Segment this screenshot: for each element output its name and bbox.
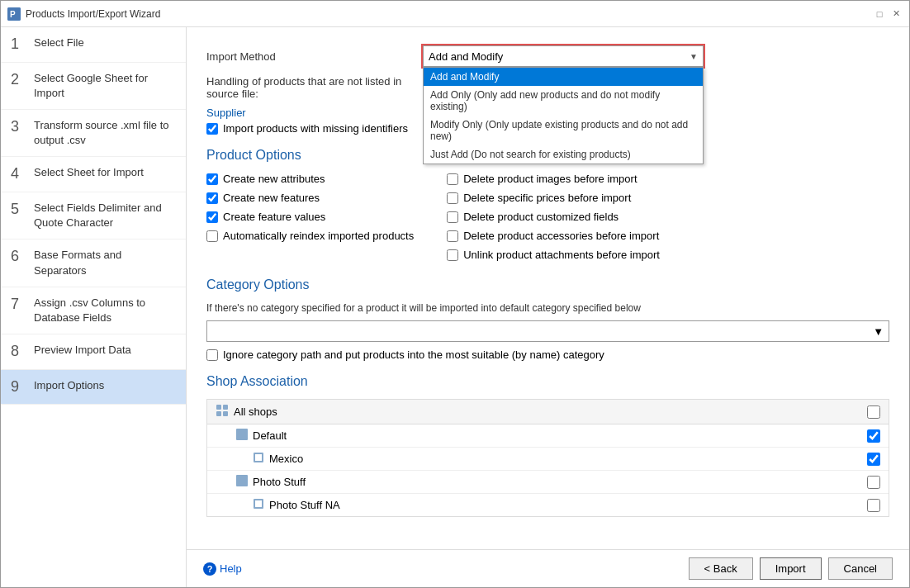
shop-association-title: Shop Association: [206, 374, 889, 389]
import-method-dropdown-list: Add and Modify Add Only (Only add new pr…: [423, 67, 704, 164]
help-link[interactable]: ? Help: [203, 562, 242, 576]
product-option-label-2: Create feature values: [223, 211, 325, 223]
category-ignore-checkbox[interactable]: [206, 349, 218, 361]
sidebar-item-label: Preview Import Data: [34, 343, 131, 358]
shop-mexico-checkbox[interactable]: [867, 453, 880, 466]
import-method-value: Add and Modify: [429, 50, 503, 63]
shop-default-row: Default: [207, 424, 889, 448]
shop-photostuff-row: Photo Stuff: [207, 471, 889, 494]
product-option-right-label-4: Unlink product attachments before import: [463, 249, 660, 261]
product-option-row-0: Create new attributes: [206, 173, 414, 185]
product-option-row-3: Automatically reindex imported products: [206, 230, 414, 242]
sidebar-item-select-file[interactable]: 1 Select File: [1, 27, 186, 63]
shop-photostuff-label: Photo Stuff: [253, 476, 867, 488]
app-icon: P: [7, 7, 21, 21]
product-option-checkbox-3[interactable]: [206, 230, 218, 242]
all-shops-label: All shops: [234, 405, 867, 418]
step-number: 3: [11, 118, 26, 136]
import-button[interactable]: Import: [760, 557, 822, 580]
product-option-right-checkbox-0[interactable]: [447, 173, 458, 185]
svg-text:P: P: [10, 10, 16, 19]
shop-photostuffna-label: Photo Stuff NA: [269, 499, 867, 511]
step-number: 7: [11, 296, 26, 314]
shop-mexico-icon: [253, 452, 264, 466]
step-number: 9: [11, 378, 26, 396]
title-bar: P Products Import/Export Wizard □ ✕: [1, 1, 909, 27]
sidebar-item-delimiter[interactable]: 5 Select Fields Delimiter and Quote Char…: [1, 192, 186, 239]
step-number: 4: [11, 165, 26, 183]
product-option-row-1: Create new features: [206, 192, 414, 204]
shop-mexico-label: Mexico: [269, 453, 867, 465]
step-number: 1: [11, 36, 26, 54]
sidebar-item-base-formats[interactable]: 6 Base Formats and Separators: [1, 239, 186, 287]
dropdown-option-2[interactable]: Add Only (Only add new products and do n…: [424, 86, 703, 116]
window: P Products Import/Export Wizard □ ✕ 1 Se…: [0, 0, 910, 588]
product-option-right-row-4: Unlink product attachments before import: [447, 249, 660, 261]
svg-rect-5: [223, 411, 228, 416]
category-dropdown[interactable]: ▼: [206, 320, 889, 342]
sidebar: 1 Select File 2 Select Google Sheet for …: [1, 27, 187, 587]
product-option-right-row-0: Delete product images before import: [447, 173, 660, 185]
sidebar-item-import-options[interactable]: 9 Import Options: [1, 370, 186, 405]
dropdown-option-1[interactable]: Add and Modify: [424, 68, 703, 86]
product-option-right-label-3: Delete product accessories before import: [463, 230, 659, 242]
svg-rect-6: [236, 429, 248, 440]
step-number: 5: [11, 201, 26, 219]
sidebar-item-transform[interactable]: 3 Transform source .xml file to output .…: [1, 110, 186, 157]
product-option-label-0: Create new attributes: [223, 173, 325, 185]
shop-table: All shops Default: [206, 399, 889, 517]
svg-rect-9: [236, 475, 248, 486]
import-method-dropdown[interactable]: Add and Modify ▼: [423, 45, 704, 67]
import-method-label: Import Method: [206, 50, 421, 63]
category-ignore-label: Ignore category path and put products in…: [223, 349, 604, 361]
supplier-checkbox[interactable]: [206, 123, 218, 135]
product-option-checkbox-0[interactable]: [206, 173, 218, 185]
minimize-button[interactable]: □: [873, 7, 886, 21]
product-option-right-checkbox-1[interactable]: [447, 192, 458, 204]
shop-grid-icon: [216, 404, 229, 420]
product-option-right-checkbox-2[interactable]: [447, 211, 458, 223]
sidebar-item-preview[interactable]: 8 Preview Import Data: [1, 334, 186, 370]
footer-buttons: < Back Import Cancel: [689, 557, 893, 580]
product-option-checkbox-2[interactable]: [206, 211, 218, 223]
step-number: 6: [11, 248, 26, 266]
import-method-dropdown-wrapper: Add and Modify ▼ Add and Modify Add Only…: [421, 44, 705, 69]
handling-label: Handling of products that are not listed…: [206, 75, 421, 100]
product-option-right-label-2: Delete product customized fields: [463, 211, 619, 223]
product-option-label-1: Create new features: [223, 192, 320, 204]
sidebar-item-label: Select Google Sheet for Import: [34, 71, 176, 101]
shop-photostuffna-checkbox[interactable]: [867, 499, 880, 512]
all-shops-checkbox[interactable]: [867, 405, 880, 419]
sidebar-item-assign-columns[interactable]: 7 Assign .csv Columns to Database Fields: [1, 287, 186, 334]
product-option-right-checkbox-4[interactable]: [447, 249, 458, 261]
sidebar-item-google-sheet[interactable]: 2 Select Google Sheet for Import: [1, 63, 186, 110]
shop-default-checkbox[interactable]: [867, 429, 880, 443]
sidebar-item-label: Select File: [34, 36, 84, 50]
step-number: 8: [11, 343, 26, 361]
product-option-right-checkbox-3[interactable]: [447, 230, 458, 242]
product-option-right-row-2: Delete product customized fields: [447, 211, 660, 223]
close-button[interactable]: ✕: [889, 7, 903, 21]
product-options-grid: Create new attributes Create new feature…: [206, 173, 889, 264]
step-number: 2: [11, 71, 26, 89]
product-option-right-row-3: Delete product accessories before import: [447, 230, 660, 242]
shop-default-label: Default: [253, 429, 867, 442]
cancel-button[interactable]: Cancel: [828, 557, 893, 580]
sidebar-item-select-sheet[interactable]: 4 Select Sheet for Import: [1, 157, 186, 192]
main-panel: Import Method Add and Modify ▼ Add and M…: [187, 27, 909, 587]
shop-photostuff-icon: [236, 475, 248, 489]
product-options-right: Delete product images before import Dele…: [447, 173, 660, 264]
svg-rect-11: [255, 500, 262, 507]
shop-all-shops-row: All shops: [207, 400, 889, 424]
sidebar-item-label: Base Formats and Separators: [34, 248, 176, 277]
product-option-checkbox-1[interactable]: [206, 192, 218, 204]
dropdown-option-3[interactable]: Modify Only (Only update existing produc…: [424, 116, 703, 145]
shop-photostuff-checkbox[interactable]: [867, 476, 880, 489]
import-method-control: Add and Modify ▼ Add and Modify Add Only…: [421, 44, 889, 69]
product-option-row-2: Create feature values: [206, 211, 414, 223]
dropdown-option-4[interactable]: Just Add (Do not search for existing pro…: [424, 145, 703, 164]
category-options-title: Category Options: [206, 277, 889, 292]
back-button[interactable]: < Back: [689, 557, 753, 580]
shop-photostuffna-row: Photo Stuff NA: [207, 494, 889, 516]
sidebar-item-label: Select Fields Delimiter and Quote Charac…: [34, 201, 176, 230]
